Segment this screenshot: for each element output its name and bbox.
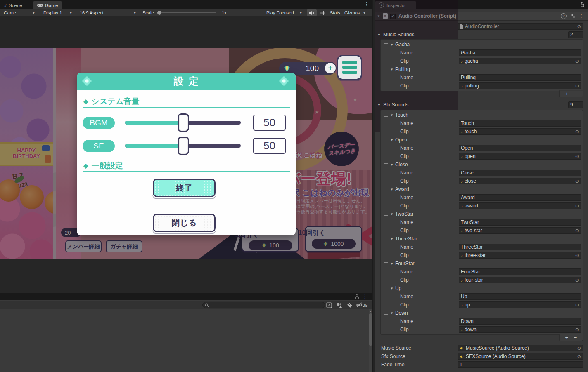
music-sounds-size-field[interactable]: 2 — [568, 31, 583, 38]
name-field[interactable]: Close — [459, 170, 581, 176]
clip-field[interactable]: ♪ four-star ⊙ — [459, 277, 581, 283]
play-mode-dropdown[interactable]: Play Focused ▼ — [264, 9, 304, 16]
clip-field[interactable]: ♪ gacha ⊙ — [459, 58, 581, 64]
sound-item-header[interactable]: ▼ Pulling — [381, 65, 583, 73]
script-field[interactable]: AudioController ⊙ — [458, 23, 583, 30]
se-value-box[interactable]: 50 — [253, 138, 286, 154]
object-picker-icon[interactable]: ⊙ — [575, 253, 579, 258]
object-picker-icon[interactable]: ⊙ — [575, 327, 579, 332]
bgm-value-box[interactable]: 50 — [253, 115, 286, 131]
sound-item-header[interactable]: ▼ Close — [381, 160, 583, 169]
scroll-up-icon[interactable]: ▲ — [369, 310, 372, 313]
bgm-slider-handle[interactable] — [178, 113, 189, 132]
sound-item-header[interactable]: ▼ FourStar — [381, 259, 583, 268]
name-field[interactable]: ThreeStar — [459, 244, 581, 250]
sound-item-header[interactable]: ▼ Gacha — [381, 40, 583, 49]
mute-audio-button[interactable] — [307, 9, 317, 16]
clip-field[interactable]: ♪ two-star ⊙ — [459, 227, 581, 234]
sound-item-header[interactable]: ▼ Award — [381, 185, 583, 193]
object-picker-icon[interactable]: ⊙ — [575, 154, 579, 159]
name-field[interactable]: Award — [459, 194, 581, 201]
sound-item-header[interactable]: ▼ Open — [381, 136, 583, 144]
foldout-icon[interactable]: ▼ — [390, 163, 394, 167]
foldout-icon[interactable]: ▼ — [377, 103, 381, 107]
lock-icon[interactable] — [355, 294, 359, 299]
scrollbar-thumb[interactable] — [369, 313, 372, 346]
clip-field[interactable]: ♪ award ⊙ — [459, 202, 581, 209]
add-currency-button[interactable]: + — [324, 62, 337, 74]
foldout-icon[interactable]: ▼ — [390, 43, 394, 47]
tabstrip-menu-icon[interactable]: ⋮ — [364, 2, 369, 6]
search-input[interactable] — [202, 302, 325, 308]
drag-handle-icon[interactable] — [384, 188, 388, 191]
component-menu-icon[interactable]: ⋮ — [579, 14, 584, 18]
object-picker-icon[interactable]: ⊙ — [575, 278, 579, 283]
name-field[interactable]: Up — [459, 293, 581, 300]
lock-icon[interactable] — [581, 2, 585, 7]
object-picker-icon[interactable]: ⊙ — [577, 24, 581, 29]
scene-visibility-icon[interactable] — [356, 302, 363, 308]
name-field[interactable]: TwoStar — [459, 219, 581, 226]
drag-handle-icon[interactable] — [384, 262, 388, 265]
clip-field[interactable]: ♪ pulling ⊙ — [459, 82, 581, 89]
music-sounds-row[interactable]: ▼ Music Sounds 2 — [375, 31, 588, 39]
menu-button[interactable] — [337, 55, 362, 80]
object-picker-icon[interactable]: ⊙ — [575, 129, 579, 134]
display-dropdown[interactable]: Display 1 ▼ — [41, 9, 74, 16]
clip-field[interactable]: ♪ up ⊙ — [459, 301, 581, 308]
remove-element-button[interactable]: − — [574, 336, 577, 340]
scrollbar[interactable]: ▲ — [369, 309, 372, 372]
clip-field[interactable]: ♪ three-star ⊙ — [459, 252, 581, 259]
stats-button[interactable]: Stats — [328, 9, 342, 16]
object-picker-icon[interactable]: ⊙ — [575, 302, 579, 308]
fade-time-field[interactable]: 1 — [458, 361, 583, 368]
drag-handle-icon[interactable] — [384, 68, 388, 71]
add-element-button[interactable]: + — [565, 336, 569, 340]
gizmos-dropdown[interactable]: Gizmos ▼ — [342, 9, 368, 16]
scale-slider-handle[interactable] — [157, 11, 161, 15]
sfx-sounds-size-field[interactable]: 9 — [568, 101, 583, 108]
name-field[interactable]: Touch — [459, 120, 581, 127]
tab-game[interactable]: Game — [33, 1, 62, 9]
presets-icon[interactable] — [571, 14, 576, 19]
sound-item-header[interactable]: ▼ Touch — [381, 111, 583, 119]
name-field[interactable]: Open — [459, 145, 581, 151]
name-field[interactable]: Down — [459, 318, 581, 325]
sfx-source-field[interactable]: SFXSource (Audio Source) ⊙ — [458, 353, 583, 360]
sound-item-header[interactable]: ▼ Down — [381, 309, 583, 317]
quit-button[interactable]: 終了 — [153, 179, 216, 197]
drag-handle-icon[interactable] — [384, 139, 388, 141]
foldout-icon[interactable]: ▼ — [377, 33, 381, 37]
scale-slider-track[interactable] — [158, 12, 216, 13]
object-picker-icon[interactable]: ⊙ — [575, 203, 579, 209]
foldout-icon[interactable]: ▼ — [390, 212, 394, 216]
tab-scene[interactable]: # Scene — [0, 1, 26, 9]
clip-field[interactable]: ♪ down ⊙ — [459, 326, 581, 333]
sound-item-header[interactable]: ▼ Up — [381, 284, 583, 292]
aspect-dropdown[interactable]: 16:9 Aspect ▼ — [78, 9, 138, 16]
clip-field[interactable]: ♪ close ⊙ — [459, 178, 581, 184]
object-picker-icon[interactable]: ⊙ — [575, 83, 579, 89]
foldout-icon[interactable]: ▼ — [390, 138, 394, 142]
shapes-icon[interactable] — [336, 302, 342, 308]
remove-element-button[interactable]: − — [574, 92, 577, 96]
game-target-dropdown[interactable]: Game ▼ — [2, 9, 37, 16]
foldout-icon[interactable]: ▼ — [390, 68, 394, 71]
foldout-icon[interactable]: ▼ — [390, 287, 394, 290]
panel-menu-icon[interactable]: ⋮ — [363, 294, 368, 299]
grid-view-button[interactable] — [318, 9, 327, 16]
music-source-field[interactable]: MusicSource (Audio Source) ⊙ — [458, 345, 583, 351]
drag-handle-icon[interactable] — [384, 213, 388, 216]
name-field[interactable]: FourStar — [459, 268, 581, 275]
clip-field[interactable]: ♪ touch ⊙ — [459, 128, 581, 135]
sound-item-header[interactable]: ▼ ThreeStar — [381, 235, 583, 243]
foldout-icon[interactable]: ▼ — [390, 311, 394, 315]
object-picker-icon[interactable]: ⊙ — [577, 354, 581, 359]
name-field[interactable]: Pulling — [459, 74, 581, 81]
drag-handle-icon[interactable] — [384, 238, 388, 240]
sound-item-header[interactable]: ▼ TwoStar — [381, 210, 583, 218]
help-icon[interactable]: ? — [561, 13, 567, 19]
frame-selected-icon[interactable] — [326, 302, 332, 308]
foldout-icon[interactable]: ▼ — [390, 262, 394, 266]
close-button[interactable]: 閉じる — [153, 214, 216, 232]
